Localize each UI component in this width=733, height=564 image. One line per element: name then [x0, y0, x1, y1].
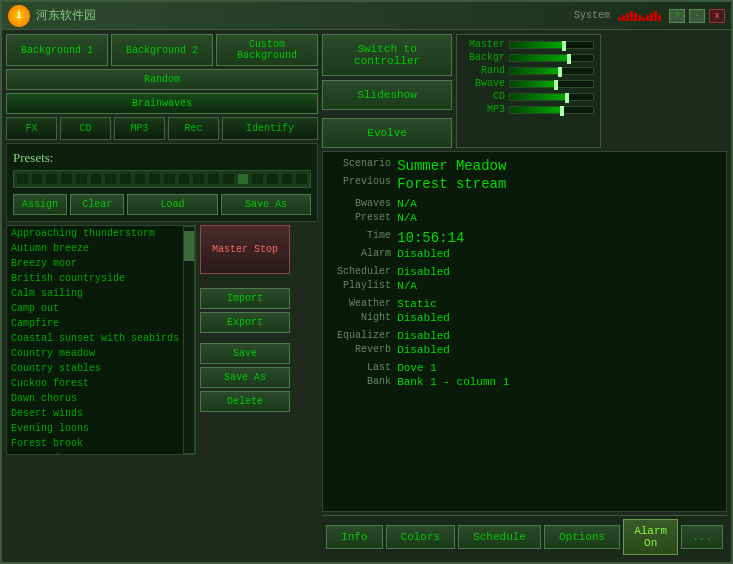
- save-button[interactable]: Save: [200, 343, 290, 364]
- list-scrollbar[interactable]: [183, 226, 195, 454]
- playlist-row: Playlist N/A: [331, 280, 718, 292]
- delete-button[interactable]: Delete: [200, 391, 290, 412]
- list-item[interactable]: Desert winds: [7, 406, 183, 421]
- previous-key: Previous: [331, 176, 391, 192]
- master-slider-label: Master: [463, 39, 505, 50]
- fx-button[interactable]: FX: [6, 117, 57, 140]
- background1-button[interactable]: Background 1: [6, 34, 108, 66]
- cd-slider[interactable]: [509, 93, 594, 101]
- background2-button[interactable]: Background 2: [111, 34, 213, 66]
- info-tab[interactable]: Info: [326, 525, 382, 549]
- preset-slot[interactable]: [192, 173, 205, 185]
- cd-button[interactable]: CD: [60, 117, 111, 140]
- colors-tab[interactable]: Colors: [386, 525, 456, 549]
- title-right: System ? - x: [574, 9, 725, 23]
- preset-slot[interactable]: [45, 173, 58, 185]
- list-item[interactable]: Approaching thunderstorm: [7, 226, 183, 241]
- center-buttons: Switch to controller Slideshow Evolve: [322, 34, 452, 148]
- brainwaves-button[interactable]: Brainwaves: [6, 93, 318, 114]
- preset-slot[interactable]: [163, 173, 176, 185]
- preset-slot[interactable]: [90, 173, 103, 185]
- equalizer-row: Equalizer Disabled: [331, 330, 718, 342]
- reverb-val: Disabled: [397, 344, 450, 356]
- bwave-slider[interactable]: [509, 80, 594, 88]
- more-button[interactable]: ...: [681, 525, 723, 549]
- preset-slot[interactable]: [207, 173, 220, 185]
- backgr-slider[interactable]: [509, 54, 594, 62]
- presets-bar: [13, 170, 311, 188]
- identify-button[interactable]: Identify: [222, 117, 318, 140]
- left-panel: Background 1 Background 2 Custom Backgro…: [6, 34, 318, 558]
- preset-slot[interactable]: [31, 173, 44, 185]
- minimize-button[interactable]: -: [689, 9, 705, 23]
- preset-slot[interactable]: [134, 173, 147, 185]
- alarm-val: Disabled: [397, 248, 450, 260]
- list-item[interactable]: Autumn breeze: [7, 241, 183, 256]
- close-button[interactable]: x: [709, 9, 725, 23]
- list-item[interactable]: British countryside: [7, 271, 183, 286]
- preset-slot[interactable]: [60, 173, 73, 185]
- cd-slider-label: CD: [463, 91, 505, 102]
- clear-button[interactable]: Clear: [70, 194, 124, 215]
- presets-actions: Assign Clear Load Save As: [13, 194, 311, 215]
- reverb-key: Reverb: [331, 344, 391, 356]
- save-as-button[interactable]: Save As: [200, 367, 290, 388]
- import-button[interactable]: Import: [200, 288, 290, 309]
- help-button[interactable]: ?: [669, 9, 685, 23]
- scenario-val: Summer Meadow: [397, 158, 506, 174]
- preset-slot[interactable]: [16, 173, 29, 185]
- preset-slot-active[interactable]: [237, 173, 250, 185]
- preset-row: Preset N/A: [331, 212, 718, 224]
- preset-slot[interactable]: [266, 173, 279, 185]
- list-item[interactable]: Forest brook: [7, 436, 183, 451]
- scenario-list[interactable]: Approaching thunderstorm Autumn breeze B…: [7, 226, 183, 454]
- list-item[interactable]: Camp out: [7, 301, 183, 316]
- preset-slot[interactable]: [148, 173, 161, 185]
- list-item[interactable]: Coastal sunset with seabirds: [7, 331, 183, 346]
- alarm-on-button[interactable]: Alarm On: [623, 519, 678, 555]
- list-item[interactable]: Country meadow: [7, 346, 183, 361]
- mp3-slider[interactable]: [509, 106, 594, 114]
- master-stop-button[interactable]: Master Stop: [200, 225, 290, 274]
- switch-controller-button[interactable]: Switch to controller: [322, 34, 452, 76]
- preset-val: N/A: [397, 212, 417, 224]
- list-item[interactable]: Dawn chorus: [7, 391, 183, 406]
- load-button[interactable]: Load: [127, 194, 217, 215]
- saveas-presets-button[interactable]: Save As: [221, 194, 311, 215]
- schedule-tab[interactable]: Schedule: [458, 525, 541, 549]
- night-row: Night Disabled: [331, 312, 718, 324]
- window-controls[interactable]: ? - x: [669, 9, 725, 23]
- master-slider[interactable]: [509, 41, 594, 49]
- weather-val: Static: [397, 298, 437, 310]
- list-item[interactable]: Calm sailing: [7, 286, 183, 301]
- list-item[interactable]: Breezy moor: [7, 256, 183, 271]
- list-item[interactable]: Evening loons: [7, 421, 183, 436]
- list-item[interactable]: Cuckoo forest: [7, 376, 183, 391]
- list-section: Approaching thunderstorm Autumn breeze B…: [6, 225, 318, 558]
- preset-slot[interactable]: [251, 173, 264, 185]
- rec-button[interactable]: Rec: [168, 117, 219, 140]
- random-button[interactable]: Random: [6, 69, 318, 90]
- scheduler-key: Scheduler: [331, 266, 391, 278]
- list-item[interactable]: Forest downpour: [7, 451, 183, 454]
- preset-slot[interactable]: [178, 173, 191, 185]
- mp3-button[interactable]: MP3: [114, 117, 165, 140]
- mp3-slider-row: MP3: [463, 104, 594, 115]
- alarm-row: Alarm Disabled: [331, 248, 718, 260]
- preset-slot[interactable]: [295, 173, 308, 185]
- options-tab[interactable]: Options: [544, 525, 620, 549]
- previous-val: Forest stream: [397, 176, 506, 192]
- list-item[interactable]: Campfire: [7, 316, 183, 331]
- evolve-button[interactable]: Evolve: [322, 118, 452, 148]
- assign-button[interactable]: Assign: [13, 194, 67, 215]
- slideshow-button[interactable]: Slideshow: [322, 80, 452, 110]
- custom-background-button[interactable]: Custom Background: [216, 34, 318, 66]
- export-button[interactable]: Export: [200, 312, 290, 333]
- preset-slot[interactable]: [281, 173, 294, 185]
- preset-slot[interactable]: [222, 173, 235, 185]
- rand-slider[interactable]: [509, 67, 594, 75]
- preset-slot[interactable]: [119, 173, 132, 185]
- preset-slot[interactable]: [75, 173, 88, 185]
- list-item[interactable]: Country stables: [7, 361, 183, 376]
- preset-slot[interactable]: [104, 173, 117, 185]
